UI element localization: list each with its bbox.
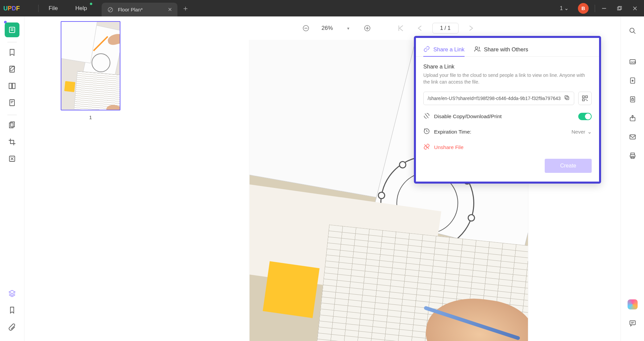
svg-rect-31 bbox=[586, 99, 587, 100]
page-input[interactable]: 1 / 1 bbox=[432, 23, 459, 34]
unsaved-icon bbox=[107, 6, 114, 13]
copy-link-button[interactable] bbox=[564, 95, 570, 102]
svg-rect-32 bbox=[587, 100, 588, 101]
email-button[interactable] bbox=[627, 131, 638, 143]
zoom-in-button[interactable] bbox=[361, 22, 373, 34]
disable-copy-label: Disable Copy/Download/Print bbox=[434, 113, 502, 119]
create-button[interactable]: Create bbox=[545, 159, 592, 173]
redact-tool-button[interactable] bbox=[5, 151, 19, 166]
svg-text:UPDF: UPDF bbox=[3, 5, 20, 12]
avatar-letter: B bbox=[582, 5, 585, 11]
page-thumbnail[interactable] bbox=[61, 21, 120, 110]
bookmarks-button[interactable] bbox=[5, 303, 19, 318]
edit-pdf-button[interactable] bbox=[5, 62, 19, 77]
prev-page-button[interactable] bbox=[414, 22, 426, 34]
menu-file-label: File bbox=[49, 5, 58, 12]
search-button[interactable] bbox=[627, 25, 638, 37]
create-label: Create bbox=[560, 163, 576, 168]
attachments-button[interactable] bbox=[5, 320, 19, 334]
maximize-button[interactable] bbox=[612, 0, 627, 16]
protect-button[interactable] bbox=[627, 94, 638, 105]
expiration-dropdown[interactable]: Never⌄ bbox=[572, 129, 592, 135]
qr-code-button[interactable] bbox=[578, 92, 592, 105]
crop-tool-button[interactable] bbox=[5, 135, 19, 149]
share-description: Upload your file to the cloud to send pe… bbox=[423, 72, 592, 86]
divider bbox=[595, 5, 595, 12]
svg-rect-13 bbox=[12, 83, 15, 89]
share-button[interactable] bbox=[627, 112, 638, 124]
document-tab[interactable]: Floor Plan* ✕ bbox=[102, 3, 177, 16]
page-tools-button[interactable] bbox=[5, 118, 19, 133]
unshare-label: Unshare File bbox=[434, 144, 464, 150]
tools-button[interactable] bbox=[5, 95, 19, 110]
clock-icon bbox=[423, 128, 430, 136]
svg-rect-12 bbox=[9, 83, 12, 89]
share-tab-bar: Share a Link Share with Others bbox=[416, 38, 599, 57]
ai-assistant-button[interactable] bbox=[627, 299, 638, 310]
comment-panel-button[interactable] bbox=[627, 318, 638, 329]
svg-rect-46 bbox=[630, 321, 635, 325]
menu-help[interactable]: Help bbox=[66, 0, 96, 16]
app-logo: UPDF bbox=[0, 5, 37, 12]
reader-mode-button[interactable] bbox=[5, 22, 19, 37]
svg-rect-30 bbox=[583, 99, 585, 101]
svg-line-35 bbox=[633, 32, 635, 34]
next-page-button[interactable] bbox=[465, 22, 477, 34]
tab-share-others-label: Share with Others bbox=[484, 46, 528, 53]
layers-button[interactable] bbox=[5, 286, 19, 301]
unshare-button[interactable]: Unshare File bbox=[423, 143, 592, 151]
right-rail: OCR bbox=[621, 16, 644, 341]
chevron-down-icon: ⌄ bbox=[587, 129, 592, 135]
share-panel: Share a Link Share with Others Share a L… bbox=[414, 36, 601, 184]
minimize-button[interactable] bbox=[596, 0, 612, 16]
close-tab-icon[interactable]: ✕ bbox=[168, 6, 172, 13]
menu-help-label: Help bbox=[75, 5, 87, 12]
rail-divider bbox=[7, 115, 17, 115]
print-button[interactable] bbox=[627, 150, 638, 161]
caret-down-icon: ▾ bbox=[347, 26, 350, 31]
thumbnail-number: 1 bbox=[89, 114, 92, 120]
app-body: 1 26% ▾ 1 / 1 bbox=[0, 16, 644, 341]
chevron-down-icon: ⌄ bbox=[564, 5, 569, 11]
share-link-field[interactable]: /share/en-US?shareId=f198f298-c646-4dda-… bbox=[423, 92, 574, 105]
people-icon bbox=[474, 46, 481, 54]
svg-rect-39 bbox=[630, 97, 635, 102]
zoom-out-button[interactable] bbox=[300, 22, 312, 34]
svg-rect-42 bbox=[630, 135, 635, 139]
first-page-button[interactable] bbox=[395, 22, 407, 34]
svg-point-25 bbox=[475, 47, 478, 49]
tab-share-others[interactable]: Share with Others bbox=[474, 43, 528, 56]
svg-rect-40 bbox=[632, 99, 634, 101]
title-bar: UPDF File Help Floor Plan* ✕ ＋ 1⌄ B bbox=[0, 0, 644, 16]
svg-rect-28 bbox=[583, 96, 585, 98]
window-count-value: 1 bbox=[560, 5, 563, 11]
convert-button[interactable] bbox=[627, 75, 638, 86]
organize-pages-button[interactable] bbox=[5, 79, 19, 93]
svg-text:OCR: OCR bbox=[631, 61, 636, 64]
new-tab-button[interactable]: ＋ bbox=[180, 3, 191, 14]
tab-share-link[interactable]: Share a Link bbox=[423, 43, 465, 56]
page-value: 1 / 1 bbox=[440, 25, 450, 31]
svg-rect-26 bbox=[566, 97, 569, 100]
update-dot-icon bbox=[90, 3, 92, 5]
rail-divider bbox=[7, 42, 17, 42]
unlink-icon bbox=[423, 143, 430, 151]
svg-point-34 bbox=[630, 28, 634, 33]
zoom-dropdown[interactable]: ▾ bbox=[342, 22, 355, 34]
ocr-button[interactable]: OCR bbox=[627, 56, 638, 67]
tab-strip: Floor Plan* ✕ ＋ bbox=[102, 0, 191, 16]
link-icon bbox=[423, 46, 430, 54]
svg-rect-27 bbox=[565, 96, 568, 99]
tab-share-link-label: Share a Link bbox=[433, 46, 465, 53]
close-window-button[interactable] bbox=[627, 0, 643, 16]
divider bbox=[38, 5, 39, 12]
left-rail bbox=[0, 16, 24, 341]
share-link-value: /share/en-US?shareId=f198f298-c646-4dda-… bbox=[428, 96, 561, 101]
window-count[interactable]: 1⌄ bbox=[555, 5, 573, 11]
menu-file[interactable]: File bbox=[40, 0, 66, 16]
comment-tool-button[interactable] bbox=[5, 45, 19, 60]
disable-copy-toggle[interactable] bbox=[578, 113, 592, 120]
svg-rect-43 bbox=[631, 153, 634, 155]
avatar[interactable]: B bbox=[578, 3, 589, 14]
thumbnail-panel: 1 bbox=[24, 16, 157, 341]
